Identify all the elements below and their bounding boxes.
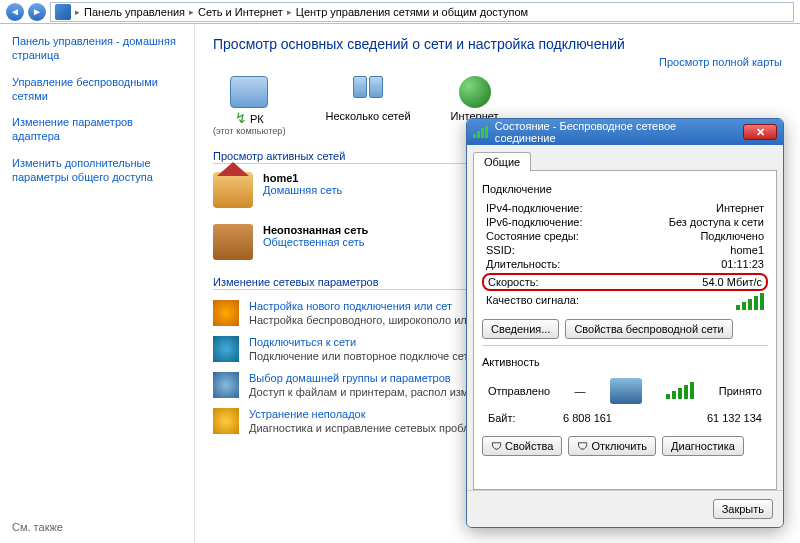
tab-bar: Общие — [467, 145, 783, 170]
kv-value: home1 — [730, 244, 764, 256]
activity-icon — [610, 378, 642, 404]
kv-label: IPv6-подключение: — [486, 216, 583, 228]
full-map-link[interactable]: Просмотр полной карты — [213, 56, 782, 68]
status-dialog: Состояние - Беспроводное сетевое соедине… — [466, 118, 784, 528]
group-connection-label: Подключение — [482, 183, 768, 195]
breadcrumb-path[interactable]: ▸ Панель управления ▸ Сеть и Интернет ▸ … — [50, 2, 794, 22]
network-name: Неопознанная сеть — [263, 224, 368, 236]
row-ipv4: IPv4-подключение:Интернет — [482, 201, 768, 215]
new-connection-icon — [213, 300, 239, 326]
close-dialog-button[interactable]: Закрыть — [713, 499, 773, 519]
sidebar-sharing-link[interactable]: Изменить дополнительные параметры общего… — [12, 156, 182, 185]
dialog-titlebar[interactable]: Состояние - Беспроводное сетевое соедине… — [467, 119, 783, 145]
chevron-right-icon: ▸ — [75, 7, 80, 17]
node-label: РК — [250, 113, 264, 125]
dialog-title: Состояние - Беспроводное сетевое соедине… — [495, 120, 738, 144]
kv-label: Качество сигнала: — [486, 294, 579, 310]
nav-back-button[interactable]: ◄ — [6, 3, 24, 21]
connect-icon — [213, 336, 239, 362]
properties-button[interactable]: 🛡 Свойства — [482, 436, 562, 456]
breadcrumb-seg[interactable]: Центр управления сетями и общим доступом — [296, 6, 528, 18]
kv-label: IPv4-подключение: — [486, 202, 583, 214]
breadcrumb: ◄ ► ▸ Панель управления ▸ Сеть и Интерне… — [0, 0, 800, 24]
sidebar-home-link[interactable]: Панель управления - домашняя страница — [12, 34, 182, 63]
signal-icon — [473, 126, 489, 138]
globe-icon — [459, 76, 491, 108]
row-ssid: SSID:home1 — [482, 243, 768, 257]
recv-label: Принято — [719, 385, 762, 397]
row-media: Состояние среды:Подключено — [482, 229, 768, 243]
homegroup-icon — [213, 372, 239, 398]
kv-label: Длительность: — [486, 258, 560, 270]
network-type-link[interactable]: Общественная сеть — [263, 236, 365, 248]
node-sublabel: (этот компьютер) — [213, 126, 285, 136]
row-quality: Качество сигнала: — [482, 293, 768, 311]
signal-bars-icon — [736, 294, 764, 310]
group-activity-label: Активность — [482, 356, 768, 368]
signal-bars-icon — [666, 383, 694, 399]
row-duration: Длительность:01:11:23 — [482, 257, 768, 271]
kv-value: 54.0 Мбит/с — [702, 276, 762, 288]
activity-header: Отправлено — Принято — [482, 374, 768, 408]
chevron-right-icon: ▸ — [287, 7, 292, 17]
bytes-recv: 61 132 134 — [707, 412, 762, 424]
sidebar: Панель управления - домашняя страница Уп… — [0, 24, 195, 543]
disable-button[interactable]: 🛡 Отключить — [568, 436, 656, 456]
nav-forward-button[interactable]: ► — [28, 3, 46, 21]
network-type-link[interactable]: Домашняя сеть — [263, 184, 342, 196]
kv-label: SSID: — [486, 244, 515, 256]
control-panel-icon — [55, 4, 71, 20]
tab-body: Подключение IPv4-подключение:Интернет IP… — [473, 170, 777, 490]
page-title: Просмотр основных сведений о сети и наст… — [213, 36, 782, 52]
kv-value: 01:11:23 — [721, 258, 764, 270]
node-networks[interactable]: Несколько сетей — [325, 76, 410, 122]
sidebar-adapter-link[interactable]: Изменение параметров адаптера — [12, 115, 182, 144]
wireless-properties-button[interactable]: Свойства беспроводной сети — [565, 319, 732, 339]
breadcrumb-seg[interactable]: Панель управления — [84, 6, 185, 18]
kv-value: Интернет — [716, 202, 764, 214]
activity-bytes: Байт: 6 808 161 61 132 134 — [482, 408, 768, 428]
close-button[interactable]: ✕ — [743, 124, 777, 140]
breadcrumb-seg[interactable]: Сеть и Интернет — [198, 6, 283, 18]
row-ipv6: IPv6-подключение:Без доступа к сети — [482, 215, 768, 229]
kv-label: Состояние среды: — [486, 230, 579, 242]
tab-general[interactable]: Общие — [473, 152, 531, 171]
activity-group: Активность Отправлено — Принято Байт: 6 … — [482, 345, 768, 456]
see-also-label: См. также — [12, 511, 182, 533]
desktop-icon — [230, 76, 268, 108]
multi-network-icon — [349, 76, 387, 108]
dash-icon: — — [575, 385, 586, 397]
chevron-right-icon: ▸ — [189, 7, 194, 17]
dialog-footer: Закрыть — [467, 490, 783, 527]
sidebar-wifi-link[interactable]: Управление беспроводными сетями — [12, 75, 182, 104]
details-button[interactable]: Сведения... — [482, 319, 559, 339]
row-speed: Скорость:54.0 Мбит/с — [482, 273, 768, 291]
kv-value: Подключено — [700, 230, 764, 242]
kv-label: Скорость: — [488, 276, 539, 288]
bench-icon — [213, 224, 253, 260]
link-icon: ↯ — [235, 110, 247, 126]
node-this-pc[interactable]: ↯ РК (этот компьютер) — [213, 76, 285, 136]
bytes-sent: 6 808 161 — [563, 412, 612, 424]
network-name: home1 — [263, 172, 342, 184]
kv-value: Без доступа к сети — [669, 216, 764, 228]
bytes-label: Байт: — [488, 412, 516, 424]
troubleshoot-icon — [213, 408, 239, 434]
node-label: Несколько сетей — [325, 110, 410, 122]
node-internet[interactable]: Интернет — [451, 76, 499, 122]
sent-label: Отправлено — [488, 385, 550, 397]
house-icon — [213, 172, 253, 208]
diagnostics-button[interactable]: Диагностика — [662, 436, 744, 456]
